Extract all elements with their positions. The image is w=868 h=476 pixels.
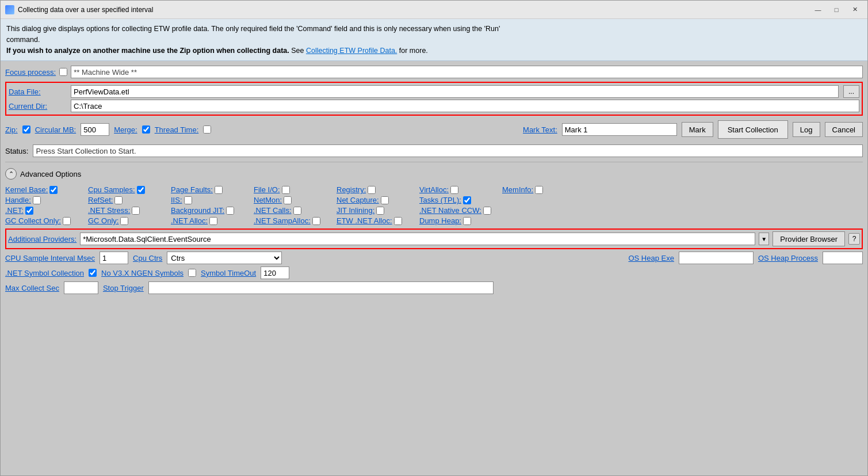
cpu-sample-interval-label[interactable]: CPU Sample Interval Msec <box>5 254 95 262</box>
thread-time-label[interactable]: Thread Time: <box>155 125 199 134</box>
minimize-button[interactable]: — <box>810 4 826 16</box>
current-dir-label[interactable]: Current Dir: <box>9 102 66 111</box>
tasks-tpl-checkbox[interactable] <box>463 196 471 204</box>
jit-inlining-checkbox[interactable] <box>376 207 384 215</box>
merge-label[interactable]: Merge: <box>114 125 137 134</box>
iis-label[interactable]: IIS: <box>171 196 182 204</box>
dotnet-calls-checkbox[interactable] <box>293 207 301 215</box>
etw-dotnet-alloc-label[interactable]: ETW .NET Alloc: <box>337 216 392 225</box>
registry-label[interactable]: Registry: <box>337 185 366 194</box>
jit-inlining-label[interactable]: JIT Inlining: <box>337 206 374 215</box>
close-button[interactable]: ✕ <box>847 4 863 16</box>
no-v3x-checkbox[interactable] <box>188 269 196 277</box>
symbol-timeout-label[interactable]: Symbol TimeOut <box>201 269 256 277</box>
data-file-label[interactable]: Data File: <box>9 87 66 96</box>
focus-process-input[interactable] <box>71 66 863 78</box>
etw-profile-link[interactable]: Collecting ETW Profile Data. <box>306 47 397 55</box>
cpu-sample-interval-input[interactable] <box>100 252 128 264</box>
dotnet-calls-label[interactable]: .NET Calls: <box>254 206 292 215</box>
virtalloc-label[interactable]: VirtAlloc: <box>419 185 449 194</box>
page-faults-checkbox[interactable] <box>215 186 223 194</box>
mark-text-label[interactable]: Mark Text: <box>523 125 557 134</box>
gc-collect-only-label[interactable]: GC Collect Only: <box>5 216 61 225</box>
net-symbol-collection-label[interactable]: .NET Symbol Collection <box>5 269 84 277</box>
browse-button[interactable]: ... <box>843 85 859 98</box>
iis-checkbox[interactable] <box>184 196 192 204</box>
handle-label[interactable]: Handle: <box>5 196 31 204</box>
help-button[interactable]: ? <box>848 233 860 245</box>
symbol-timeout-input[interactable] <box>261 266 289 279</box>
refset-checkbox[interactable] <box>114 196 123 204</box>
providers-dropdown-button[interactable]: ▼ <box>759 233 769 245</box>
meminfo-checkbox[interactable] <box>535 186 543 194</box>
stop-trigger-input[interactable] <box>148 281 494 294</box>
mark-button[interactable]: Mark <box>682 122 713 137</box>
dotnet-checkbox[interactable] <box>25 207 33 215</box>
os-heap-process-input[interactable] <box>823 252 863 264</box>
max-collect-sec-label[interactable]: Max Collect Sec <box>5 284 59 292</box>
focus-process-label[interactable]: Focus process: <box>5 68 56 77</box>
maximize-button[interactable]: □ <box>828 4 844 16</box>
data-file-input[interactable] <box>71 85 839 98</box>
zip-checkbox[interactable] <box>22 125 30 134</box>
tasks-tpl-label[interactable]: Tasks (TPL): <box>419 196 461 204</box>
os-heap-exe-label[interactable]: OS Heap Exe <box>628 254 674 262</box>
page-faults-label[interactable]: Page Faults: <box>171 185 213 194</box>
gc-collect-only-checkbox[interactable] <box>63 217 71 225</box>
handle-checkbox[interactable] <box>33 196 41 204</box>
dotnet-native-ccw-label[interactable]: .NET Native CCW: <box>419 206 481 215</box>
advanced-collapse-button[interactable]: ⌃ <box>5 168 17 180</box>
background-jit-checkbox[interactable] <box>226 207 234 215</box>
log-button[interactable]: Log <box>793 122 820 137</box>
kernel-base-checkbox[interactable] <box>49 186 58 194</box>
file-io-checkbox[interactable] <box>282 186 290 194</box>
dotnet-sampalloc-checkbox[interactable] <box>312 217 320 225</box>
etw-dotnet-alloc-checkbox[interactable] <box>394 217 402 225</box>
netmon-checkbox[interactable] <box>284 196 292 204</box>
gc-only-label[interactable]: GC Only: <box>88 216 118 225</box>
net-capture-checkbox[interactable] <box>381 196 389 204</box>
netmon-label[interactable]: NetMon: <box>254 196 282 204</box>
no-v3x-label[interactable]: No V3.X NGEN Symbols <box>101 269 183 277</box>
dotnet-stress-label[interactable]: .NET Stress: <box>88 206 130 215</box>
stop-trigger-label[interactable]: Stop Trigger <box>103 284 144 292</box>
os-heap-exe-input[interactable] <box>679 252 754 264</box>
max-collect-sec-input[interactable] <box>64 281 98 294</box>
circular-mb-label[interactable]: Circular MB: <box>35 125 77 134</box>
dotnet-alloc-checkbox[interactable] <box>209 217 217 225</box>
dotnet-native-ccw-checkbox[interactable] <box>483 207 491 215</box>
dump-heap-label[interactable]: Dump Heap: <box>419 216 461 225</box>
cpu-samples-checkbox[interactable] <box>137 186 145 194</box>
provider-browser-button[interactable]: Provider Browser <box>773 231 845 246</box>
mark-text-input[interactable] <box>562 123 677 136</box>
file-io-label[interactable]: File I/O: <box>254 185 280 194</box>
additional-providers-label[interactable]: Additional Providers: <box>8 235 77 243</box>
dotnet-alloc-label[interactable]: .NET Alloc: <box>171 216 208 225</box>
focus-process-checkbox[interactable] <box>59 68 67 76</box>
cpu-samples-label[interactable]: Cpu Samples: <box>88 185 135 194</box>
net-capture-label[interactable]: Net Capture: <box>337 196 379 204</box>
background-jit-label[interactable]: Background JIT: <box>171 206 224 215</box>
gc-only-checkbox[interactable] <box>120 217 128 225</box>
meminfo-label[interactable]: MemInfo: <box>502 185 533 194</box>
start-collection-button[interactable]: Start Collection <box>718 120 788 139</box>
dotnet-stress-checkbox[interactable] <box>132 207 140 215</box>
dump-heap-checkbox[interactable] <box>463 217 471 225</box>
thread-time-checkbox[interactable] <box>203 125 211 134</box>
registry-checkbox[interactable] <box>368 186 376 194</box>
merge-checkbox[interactable] <box>142 125 150 134</box>
additional-providers-input[interactable] <box>80 233 755 245</box>
zip-label[interactable]: Zip: <box>5 125 18 134</box>
cpu-ctrs-label[interactable]: Cpu Ctrs <box>133 254 162 262</box>
cpu-ctrs-select[interactable]: Ctrs <box>167 252 282 264</box>
kernel-base-label[interactable]: Kernel Base: <box>5 185 48 194</box>
dotnet-sampalloc-label[interactable]: .NET SampAlloc: <box>254 216 311 225</box>
virtalloc-checkbox[interactable] <box>450 186 458 194</box>
os-heap-process-label[interactable]: OS Heap Process <box>758 254 818 262</box>
net-symbol-collection-checkbox[interactable] <box>89 269 97 277</box>
refset-label[interactable]: RefSet: <box>88 196 113 204</box>
dotnet-label[interactable]: .NET: <box>5 206 24 215</box>
current-dir-input[interactable] <box>71 100 859 112</box>
circular-mb-input[interactable] <box>81 123 109 136</box>
cancel-button[interactable]: Cancel <box>825 122 863 137</box>
